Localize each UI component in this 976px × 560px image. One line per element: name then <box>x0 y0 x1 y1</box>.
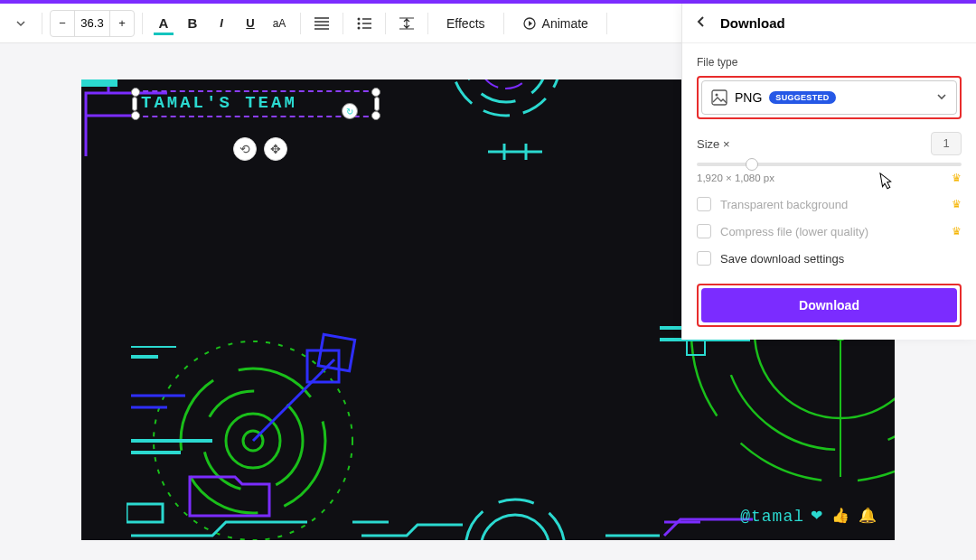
move-button[interactable]: ✥ <box>264 137 287 161</box>
filetype-label: File type <box>697 56 962 69</box>
checkbox[interactable] <box>697 197 711 211</box>
compress-label: Compress file (lower quality) <box>720 225 868 238</box>
download-panel: Download File type PNG SUGGESTED Size × … <box>681 4 976 340</box>
svg-point-2 <box>358 26 361 29</box>
save-settings-label: Save download settings <box>720 252 844 266</box>
spacing-button[interactable] <box>393 10 420 37</box>
chevron-left-icon <box>695 15 708 28</box>
svg-point-0 <box>358 17 361 20</box>
resize-handle-right[interactable] <box>374 97 380 111</box>
svg-rect-26 <box>318 334 355 371</box>
decor-lines-left <box>131 346 212 463</box>
svg-point-36 <box>481 515 549 540</box>
resize-handle-br[interactable] <box>371 111 380 120</box>
thumbs-up-icon[interactable]: 👍 <box>831 507 849 524</box>
svg-point-4 <box>452 79 560 116</box>
username-text[interactable]: @tamal <box>740 508 804 526</box>
resize-handle-left[interactable] <box>132 97 137 111</box>
download-button-highlight: Download <box>697 284 962 327</box>
separator <box>42 13 42 34</box>
crown-icon: ♛ <box>952 198 962 210</box>
title-text[interactable]: TAMAL'S TEAM <box>136 92 376 114</box>
align-icon <box>314 17 329 30</box>
resize-handle-tl[interactable] <box>131 88 140 97</box>
list-icon <box>357 17 371 30</box>
separator <box>427 13 428 34</box>
resize-handle-bl[interactable] <box>131 111 140 120</box>
spacing-icon <box>399 17 414 30</box>
panel-title: Download <box>720 15 785 31</box>
duplicate-button[interactable]: ⟲ <box>233 137 257 161</box>
animate-button[interactable]: Animate <box>511 10 599 37</box>
uppercase-button[interactable]: aA <box>266 10 293 37</box>
svg-rect-38 <box>712 90 727 105</box>
svg-point-5 <box>465 79 547 102</box>
suggested-badge: SUGGESTED <box>769 91 835 104</box>
panel-body: File type PNG SUGGESTED Size × 1 1,920 ×… <box>682 43 976 340</box>
font-size-control: − + <box>50 10 135 37</box>
animate-label: Animate <box>542 16 588 31</box>
separator <box>343 13 343 34</box>
crown-icon: ♛ <box>952 172 962 184</box>
svg-point-1 <box>358 22 361 24</box>
separator <box>503 13 504 34</box>
chevron-down-icon <box>936 89 947 106</box>
decor-bottom-mid <box>352 477 669 540</box>
chevron-down-icon <box>16 19 25 28</box>
filetype-highlight: PNG SUGGESTED <box>697 76 962 119</box>
svg-line-25 <box>253 359 334 441</box>
filetype-dropdown[interactable]: PNG SUGGESTED <box>701 80 957 115</box>
separator <box>385 13 386 34</box>
rotate-handle[interactable]: ↻ <box>342 103 358 119</box>
resize-handle-tr[interactable] <box>371 88 380 97</box>
back-button[interactable] <box>695 15 708 31</box>
crown-icon: ♛ <box>952 225 962 238</box>
panel-header: Download <box>682 4 976 43</box>
save-settings-row[interactable]: Save download settings <box>697 251 962 266</box>
download-button[interactable]: Download <box>701 288 957 322</box>
checkbox[interactable] <box>697 251 711 266</box>
size-label: Size × <box>697 137 730 151</box>
social-icons: ❤ 👍 🔔 <box>811 507 877 524</box>
transparent-bg-label: Transparent background <box>720 198 848 211</box>
animate-icon <box>522 16 537 31</box>
selected-text-element[interactable]: TAMAL'S TEAM ↻ <box>134 90 378 117</box>
decor-top-arc <box>425 79 587 134</box>
svg-point-6 <box>479 79 533 89</box>
bell-icon[interactable]: 🔔 <box>859 507 877 524</box>
underline-button[interactable]: U <box>237 10 264 37</box>
separator <box>142 13 143 34</box>
decor-marker <box>488 138 542 165</box>
italic-button[interactable]: I <box>208 10 235 37</box>
bold-button[interactable]: B <box>179 10 206 37</box>
size-value[interactable]: 1 <box>931 132 962 155</box>
slider-thumb[interactable] <box>746 158 758 171</box>
filetype-value: PNG <box>735 90 762 105</box>
text-color-button[interactable]: A <box>150 10 177 37</box>
size-row: Size × 1 <box>697 132 962 155</box>
alignment-button[interactable] <box>308 10 335 37</box>
separator <box>300 13 301 34</box>
svg-rect-34 <box>127 504 163 522</box>
size-slider[interactable] <box>697 163 962 166</box>
image-icon <box>711 89 727 106</box>
checkbox[interactable] <box>697 224 711 238</box>
list-button[interactable] <box>351 10 378 37</box>
separator <box>606 13 607 34</box>
svg-point-39 <box>716 94 718 97</box>
cursor-pointer-icon <box>875 170 896 196</box>
heart-icon[interactable]: ❤ <box>811 507 822 524</box>
floating-controls: ⟲ ✥ <box>233 137 287 161</box>
font-size-input[interactable] <box>74 11 110 36</box>
effects-button[interactable]: Effects <box>436 10 496 37</box>
decor-bottom-left <box>127 459 352 540</box>
dimensions-text: 1,920 × 1,080 px <box>697 173 774 183</box>
compress-row[interactable]: Compress file (lower quality) ♛ <box>697 224 962 238</box>
font-size-increase[interactable]: + <box>110 10 134 37</box>
svg-point-35 <box>465 499 565 540</box>
font-dropdown[interactable] <box>7 10 34 37</box>
font-size-decrease[interactable]: − <box>51 10 74 37</box>
transparent-bg-row[interactable]: Transparent background ♛ <box>697 197 962 211</box>
